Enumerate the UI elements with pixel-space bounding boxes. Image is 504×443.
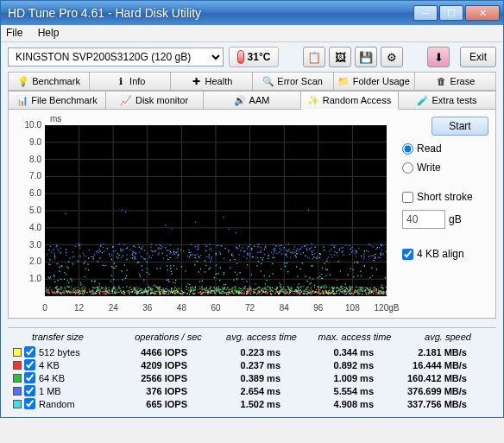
ops-value: 2566 IOPS [110, 373, 203, 383]
random-access-icon: ✨ [308, 95, 319, 106]
scatter-chart: ms 1.02.03.04.05.06.07.08.09.010.0 01224… [16, 117, 395, 311]
save-button[interactable]: 💾 [355, 47, 377, 67]
tab-disk-monitor[interactable]: 📈Disk monitor [106, 91, 204, 110]
x-tick: 24 [109, 303, 118, 313]
avg-access-value: 2.654 ms [203, 386, 296, 396]
x-tick: 96 [313, 303, 323, 313]
series-checkbox[interactable] [24, 359, 35, 370]
exit-button[interactable]: Exit [460, 47, 496, 67]
series-checkbox[interactable] [24, 372, 35, 383]
tab-health[interactable]: ✚Health [171, 72, 252, 91]
y-tick: 1.0 [16, 274, 41, 283]
read-label: Read [417, 142, 442, 155]
tab-random-access[interactable]: ✨Random Access [301, 91, 399, 110]
x-tick: 48 [177, 303, 186, 313]
folder-usage-icon: 📁 [338, 76, 350, 87]
series-label: Random [39, 399, 110, 409]
series-label: 1 MB [39, 386, 110, 396]
erase-icon: 🗑 [436, 76, 447, 87]
titlebar[interactable]: HD Tune Pro 4.61 - Hard Disk Utility ─ ☐… [1, 1, 503, 25]
x-tick: 60 [211, 303, 220, 313]
close-button[interactable]: ✕ [465, 5, 500, 21]
series-label: 512 bytes [39, 347, 110, 358]
y-tick: 6.0 [16, 188, 41, 198]
x-tick: 120gB [375, 303, 400, 313]
y-tick: 2.0 [16, 256, 41, 266]
temperature-badge: 31°C [229, 47, 279, 67]
maximize-button[interactable]: ☐ [439, 5, 463, 21]
tab-info[interactable]: ℹInfo [90, 72, 171, 91]
series-label: 4 KB [39, 360, 110, 370]
drive-select[interactable]: KINGSTON SVP200S3120G (120 gB) [8, 47, 224, 66]
thermometer-icon [237, 50, 244, 64]
ops-value: 4209 IOPS [110, 360, 203, 370]
app-window: HD Tune Pro 4.61 - Hard Disk Utility ─ ☐… [0, 0, 504, 418]
window-title: HD Tune Pro 4.61 - Hard Disk Utility [4, 6, 413, 20]
avg-access-value: 0.223 ms [203, 347, 296, 358]
settings-button[interactable]: ⚙ [381, 47, 403, 67]
tab-extra-tests[interactable]: 🧪Extra tests [399, 91, 496, 110]
write-radio[interactable] [402, 162, 413, 174]
minimize-tray-button[interactable]: ⬇ [427, 47, 450, 67]
tab-benchmark[interactable]: 💡Benchmark [9, 72, 90, 91]
short-stroke-checkbox[interactable] [402, 192, 413, 203]
short-stroke-label: Short stroke [417, 191, 473, 203]
tab-aam[interactable]: 🔊AAM [204, 91, 301, 110]
max-access-value: 1.009 ms [296, 373, 389, 383]
series-swatch [13, 348, 22, 357]
read-radio[interactable] [402, 143, 413, 155]
ops-value: 4466 IOPS [110, 347, 203, 358]
avg-access-value: 1.502 ms [203, 399, 296, 409]
col-operations: operations / sec [122, 332, 215, 342]
result-row: 64 KB2566 IOPS0.389 ms1.009 ms160.412 MB… [8, 371, 496, 384]
series-checkbox[interactable] [24, 385, 35, 396]
result-row: 512 bytes4466 IOPS0.223 ms0.344 ms2.181 … [8, 345, 496, 358]
y-tick: 4.0 [16, 223, 41, 232]
tab-erase[interactable]: 🗑Erase [415, 72, 496, 91]
results-table: transfer size operations / sec avg. acce… [8, 327, 496, 410]
short-stroke-input[interactable] [402, 210, 445, 229]
y-tick: 7.0 [16, 171, 41, 180]
y-tick: 3.0 [16, 240, 41, 250]
series-swatch [13, 387, 22, 396]
menu-file[interactable]: File [6, 27, 22, 39]
col-avg-access: avg. access time [215, 332, 308, 342]
align-label: 4 KB align [417, 248, 464, 260]
write-label: Write [417, 161, 441, 174]
avg-speed-value: 160.412 MB/s [389, 373, 482, 383]
align-checkbox[interactable] [402, 249, 413, 260]
avg-access-value: 0.389 ms [203, 373, 296, 383]
start-button[interactable]: Start [432, 117, 488, 136]
tab-file-benchmark[interactable]: 📊File Benchmark [9, 91, 106, 110]
avg-access-value: 0.237 ms [203, 360, 296, 370]
menu-help[interactable]: Help [38, 27, 60, 39]
result-row: Random665 IOPS1.502 ms4.908 ms337.756 MB… [8, 397, 496, 410]
x-tick: 12 [74, 303, 84, 313]
tab-folder-usage[interactable]: 📁Folder Usage [334, 72, 415, 91]
series-swatch [13, 374, 22, 383]
aam-icon: 🔊 [235, 95, 246, 106]
error-scan-icon: 🔍 [262, 76, 274, 87]
minimize-button[interactable]: ─ [413, 5, 438, 21]
series-checkbox[interactable] [24, 398, 35, 409]
file-benchmark-icon: 📊 [16, 95, 28, 106]
tab-error-scan[interactable]: 🔍Error Scan [253, 72, 334, 91]
series-label: 64 KB [39, 373, 110, 383]
menubar: File Help [1, 25, 503, 42]
copy-info-button[interactable]: 📋 [303, 47, 325, 67]
max-access-value: 4.908 ms [296, 399, 389, 409]
copy-screenshot-button[interactable]: 🖼 [329, 47, 351, 67]
col-max-access: max. access time [308, 332, 401, 342]
avg-speed-value: 337.756 MB/s [389, 399, 482, 409]
y-axis-label: ms [50, 114, 61, 123]
avg-speed-value: 376.699 MB/s [389, 386, 482, 396]
max-access-value: 0.344 ms [296, 347, 389, 358]
x-tick: 0 [42, 303, 47, 313]
y-tick: 9.0 [16, 137, 41, 147]
ops-value: 665 IOPS [110, 399, 203, 409]
result-row: 4 KB4209 IOPS0.237 ms0.892 ms16.444 MB/s [8, 358, 496, 371]
y-tick: 5.0 [16, 206, 41, 215]
col-transfer-size: transfer size [32, 332, 122, 342]
top-controls: KINGSTON SVP200S3120G (120 gB) 31°C 📋 🖼 … [1, 42, 503, 72]
series-checkbox[interactable] [24, 346, 35, 358]
